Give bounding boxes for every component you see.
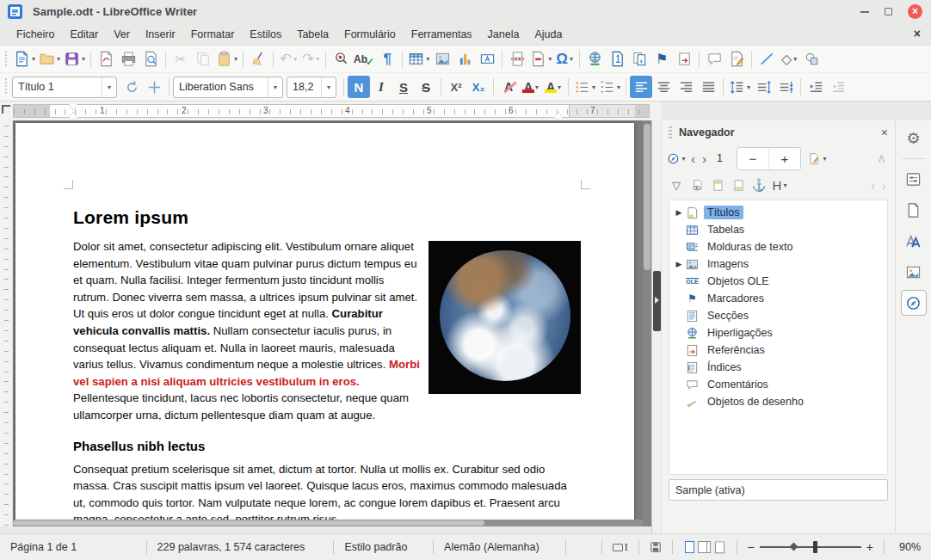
sidebar-styles-tab[interactable] <box>901 228 927 254</box>
anchor-text-button[interactable]: ⚓ <box>749 175 768 195</box>
tree-item-label[interactable]: Tabelas <box>704 223 748 237</box>
bullet-list-dropdown[interactable]: ▾ <box>592 83 595 91</box>
numbered-list-dropdown[interactable]: ▾ <box>617 83 620 91</box>
show-tracked-changes-button[interactable] <box>687 175 706 195</box>
update-style-button[interactable] <box>120 76 143 98</box>
align-left-button[interactable] <box>630 76 652 98</box>
page-spinner-minus[interactable]: − <box>737 151 768 166</box>
first-line-indent-marker[interactable] <box>69 104 77 110</box>
vertical-ruler[interactable] <box>0 120 13 526</box>
edit-document-button[interactable]: ▾ <box>808 148 827 169</box>
save-dropdown[interactable]: ▾ <box>82 55 85 63</box>
edit-document-dropdown[interactable]: ▾ <box>823 155 826 163</box>
ruler-track[interactable]: 1 2 3 4 5 6 7 <box>13 104 650 118</box>
sidebar-settings-tab[interactable]: ⚙ <box>901 126 927 151</box>
zoom-slider[interactable]: − + <box>737 539 883 555</box>
new-style-button[interactable] <box>143 76 165 98</box>
insert-table-dropdown[interactable]: ▾ <box>426 55 429 63</box>
document-page[interactable]: Lorem ipsum Dolor sit amet, consectetur … <box>15 123 634 526</box>
tree-item-imagens[interactable]: ▶ Imagens <box>669 255 887 273</box>
sidebar-properties-tab[interactable] <box>901 166 927 192</box>
underline-button[interactable]: S <box>392 76 415 98</box>
new-document-button[interactable]: ▾ <box>12 48 37 71</box>
paragraph-style-combo[interactable]: Título 1 ▾ <box>12 77 117 98</box>
zoom-out-button[interactable]: − <box>747 540 754 554</box>
close-document-icon[interactable]: × <box>914 27 921 40</box>
toolbar-grip[interactable] <box>3 51 9 68</box>
subscript-button[interactable]: X₂ <box>467 76 490 98</box>
bullet-list-button[interactable]: ▾ <box>572 76 597 98</box>
right-indent-marker[interactable] <box>554 112 563 118</box>
menu-ficheiro[interactable]: Ficheiro <box>9 25 62 44</box>
italic-button[interactable]: I <box>370 76 392 98</box>
menu-ajuda[interactable]: Ajuda <box>527 25 570 44</box>
increase-indent-button[interactable] <box>805 76 827 98</box>
insert-cross-reference-button[interactable] <box>673 48 695 71</box>
insert-line-button[interactable] <box>755 48 778 71</box>
line-spacing-dropdown[interactable]: ▾ <box>747 83 750 91</box>
language-indicator[interactable]: Alemão (Alemanha) <box>434 539 565 555</box>
find-replace-button[interactable] <box>330 48 352 71</box>
line-spacing-button[interactable]: ▾ <box>727 76 752 98</box>
spelling-button[interactable]: Ab ✓ <box>352 48 376 71</box>
sidebar-navigator-tab[interactable] <box>901 290 927 316</box>
basic-shapes-button[interactable]: ◇ ▾ <box>778 48 800 71</box>
menu-ferramentas[interactable]: Ferramentas <box>404 25 480 44</box>
menu-janela[interactable]: Janela <box>480 25 527 44</box>
align-center-button[interactable] <box>652 76 675 98</box>
tree-item-titulos[interactable]: ▶ Títulos <box>669 204 887 221</box>
sidebar-gallery-tab[interactable] <box>901 259 927 285</box>
next-page-button[interactable]: › <box>699 151 710 166</box>
sidebar-splitter-handle[interactable] <box>653 271 661 331</box>
tree-item-label[interactable]: Objetos OLE <box>704 274 773 288</box>
insert-page-number-button[interactable] <box>606 48 628 71</box>
highlight-color-button[interactable]: A ▾ <box>542 76 564 98</box>
menu-tabela[interactable]: Tabela <box>289 25 336 44</box>
bold-button[interactable]: N <box>348 76 370 98</box>
close-button[interactable]: × <box>908 4 922 19</box>
horizontal-ruler[interactable]: 1 2 3 4 5 6 7 <box>0 102 661 120</box>
tree-item-marcadores[interactable]: ⚑ Marcadores <box>669 290 887 307</box>
tree-item-label[interactable]: Hiperligações <box>704 326 776 340</box>
tree-item-label[interactable]: Objetos de desenho <box>704 395 807 409</box>
font-name-combo[interactable]: Liberation Sans ▾ <box>173 77 283 98</box>
special-character-dropdown[interactable]: ▾ <box>570 55 573 63</box>
tree-item-tabelas[interactable]: Tabelas <box>669 221 887 238</box>
navigator-close-icon[interactable]: × <box>881 126 888 139</box>
tree-item-indices[interactable]: Índices <box>669 359 887 376</box>
navigator-grip[interactable] <box>669 126 672 138</box>
tree-item-label[interactable]: Molduras de texto <box>704 240 796 254</box>
menu-inserir[interactable]: Inserir <box>138 25 183 44</box>
word-count-indicator[interactable]: 229 palavras, 1 574 caracteres <box>147 539 334 555</box>
tree-item-hiperligacoes[interactable]: Hiperligações <box>669 324 887 342</box>
insert-field-button[interactable]: ▾ <box>528 48 553 71</box>
selection-mode-indicator[interactable] <box>566 539 601 555</box>
insert-field-dropdown[interactable]: ▾ <box>548 55 552 63</box>
title-bar[interactable]: Sample.odt - LibreOffice Writer × <box>0 0 931 23</box>
save-button[interactable]: ▾ <box>62 48 87 71</box>
book-view-button[interactable] <box>714 541 724 553</box>
zoom-slider-thumb[interactable] <box>813 541 817 553</box>
menu-formulario[interactable]: Formulário <box>336 25 404 44</box>
justify-button[interactable] <box>697 76 719 98</box>
heading-levels-button[interactable]: H ▾ <box>770 175 789 195</box>
clear-formatting-button[interactable]: A <box>497 76 520 98</box>
restore-button[interactable] <box>885 8 892 15</box>
insert-page-break-button[interactable] <box>506 48 528 71</box>
insert-comment-button[interactable] <box>703 48 725 71</box>
paragraph-style-dropdown[interactable]: ▾ <box>102 77 111 97</box>
clone-formatting-button[interactable] <box>247 48 269 71</box>
page-spinner[interactable]: − + <box>737 147 801 170</box>
special-character-button[interactable]: Ω ▾ <box>553 48 576 71</box>
tree-item-label[interactable]: Secções <box>704 309 752 323</box>
header-button[interactable] <box>708 175 727 195</box>
tree-item-molduras[interactable]: Molduras de texto <box>669 238 887 255</box>
insert-image-button[interactable] <box>431 48 453 71</box>
expander-icon[interactable]: ▶ <box>673 208 685 217</box>
open-file-button[interactable]: ▾ <box>37 48 62 71</box>
footer-button[interactable] <box>729 175 748 195</box>
document-modified-indicator[interactable] <box>639 539 672 555</box>
insert-bookmark-button[interactable]: ⚑ <box>650 48 673 71</box>
menu-estilos[interactable]: Estilos <box>242 25 289 44</box>
tree-item-label[interactable]: Marcadores <box>704 292 768 305</box>
